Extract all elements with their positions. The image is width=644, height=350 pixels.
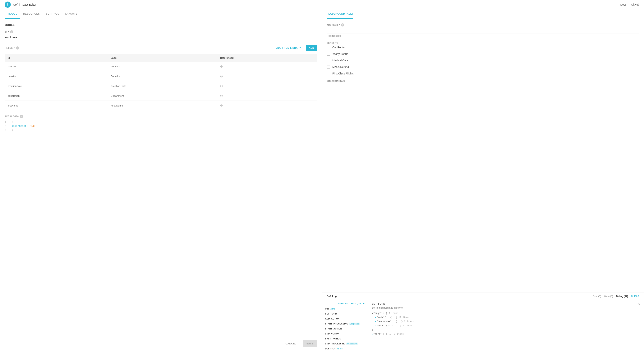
- playground-tab[interactable]: PLAYGROUND (ALL): [326, 9, 353, 19]
- log-queue-item[interactable]: INIT2 ms: [322, 306, 368, 311]
- right-tab-bar: PLAYGROUND (ALL) ☰: [322, 9, 644, 19]
- cell-id: address: [4, 62, 108, 71]
- left-content: MODEL ID* ? FIELDS * ? ADD FROM LIBRARY: [0, 19, 322, 337]
- cell-label: Creation Date: [108, 81, 217, 91]
- id-help-icon[interactable]: ?: [10, 30, 13, 33]
- table-row: creationDate Creation Date ⊘: [4, 81, 317, 91]
- cell-id: benefits: [4, 71, 108, 81]
- add-button[interactable]: ADD: [306, 45, 318, 51]
- checkbox-item[interactable]: Meals Refund: [326, 65, 640, 69]
- fields-table: Id Label Referenced address Address ⊘ be…: [4, 54, 317, 110]
- log-item-label: INIT: [325, 308, 329, 310]
- json-line: ▶"form" : {...} 3 items: [372, 332, 640, 336]
- checkbox-box[interactable]: [326, 72, 330, 75]
- address-field-section: ADDRESS * ? Field required: [326, 24, 640, 37]
- checkbox-box[interactable]: [326, 65, 330, 69]
- code-line-1: 1 {: [4, 120, 317, 124]
- code-block: 1 { 2 department: 'R&D' 3 }: [4, 120, 317, 132]
- checkbox-label: First Class Flights: [332, 72, 354, 75]
- hide-queue-button[interactable]: HIDE QUEUE: [351, 302, 365, 305]
- checkbox-box[interactable]: [326, 46, 330, 49]
- add-from-library-button[interactable]: ADD FROM LIBRARY: [273, 45, 304, 51]
- initial-data-help-icon[interactable]: ?: [20, 115, 23, 118]
- benefits-field-section: BENEFITS Car Rental Yearly Bonus Medical…: [326, 42, 640, 75]
- close-icon[interactable]: ×: [638, 302, 640, 306]
- log-queue-item[interactable]: END_ACTION: [322, 331, 368, 336]
- log-item-label: DESTROY: [325, 347, 336, 350]
- address-input[interactable]: [326, 28, 640, 34]
- github-link[interactable]: GitHub: [631, 3, 640, 6]
- benefits-label: BENEFITS: [326, 42, 640, 44]
- docs-link[interactable]: Docs: [620, 3, 626, 6]
- debug-count: Debug (37): [616, 295, 628, 298]
- save-button: SAVE: [303, 340, 317, 347]
- fields-table-body: address Address ⊘ benefits Benefits ⊘ cr…: [4, 62, 317, 110]
- log-item-label: START_ACTION: [325, 327, 342, 330]
- left-footer: CANCEL SAVE: [0, 337, 322, 350]
- json-line: ▶"resources" : {...} 6 items: [372, 320, 640, 324]
- top-nav: I Cofi | React Editor Docs GitHub: [0, 0, 644, 9]
- fields-help-icon[interactable]: ?: [16, 46, 19, 50]
- log-queue-item[interactable]: ADD_ACTION: [322, 316, 368, 321]
- creation-date-section: CREATION DATE: [326, 80, 640, 82]
- log-queue-item[interactable]: DESTROY78 ms: [322, 346, 368, 350]
- json-line: }: [372, 328, 640, 332]
- code-line-3: 3 }: [4, 128, 317, 132]
- cell-referenced: ⊘: [217, 101, 317, 110]
- right-content: ADDRESS * ? Field required BENEFITS Car …: [322, 19, 644, 292]
- checkbox-label: Car Rental: [332, 46, 345, 49]
- fields-table-head: Id Label Referenced: [4, 54, 317, 62]
- warn-count: Warn (0): [604, 295, 613, 298]
- tab-bar: MODEL RESOURCES SETTINGS LAYOUTS ☰: [0, 9, 322, 19]
- left-menu-icon[interactable]: ☰: [314, 12, 317, 16]
- col-label: Label: [108, 54, 217, 62]
- checkbox-item[interactable]: Yearly Bonus: [326, 52, 640, 56]
- log-queue-item[interactable]: START_PROCESSINGUI updated: [322, 321, 368, 326]
- checkbox-item[interactable]: Car Rental: [326, 46, 640, 49]
- cell-id: creationDate: [4, 81, 108, 91]
- log-queue-item[interactable]: START_ACTION: [322, 326, 368, 331]
- log-body: SPREAD HIDE QUEUE INIT2 msSET_FORMADD_AC…: [322, 300, 644, 350]
- checkbox-box[interactable]: [326, 52, 330, 56]
- cell-id: firstName: [4, 101, 108, 110]
- right-menu-icon[interactable]: ☰: [636, 12, 640, 16]
- code-line-2: 2 department: 'R&D': [4, 124, 317, 128]
- log-item-badge: UI updated: [349, 322, 360, 325]
- cancel-button[interactable]: CANCEL: [282, 340, 300, 347]
- checkbox-item[interactable]: First Class Flights: [326, 72, 640, 75]
- cell-label: First Name: [108, 101, 217, 110]
- id-field-group: ID* ?: [4, 30, 317, 40]
- tab-resources[interactable]: RESOURCES: [20, 9, 43, 19]
- log-item-label: SET_FORM: [325, 313, 337, 315]
- benefits-checkbox-group: Car Rental Yearly Bonus Medical Care Mea…: [326, 46, 640, 75]
- clear-button[interactable]: CLEAR: [631, 295, 640, 298]
- app-title: Cofi | React Editor: [13, 3, 36, 6]
- log-queue: SPREAD HIDE QUEUE INIT2 msSET_FORMADD_AC…: [322, 300, 368, 350]
- spread-button[interactable]: SPREAD: [338, 302, 348, 305]
- log-detail-title: SET_FORM: [372, 302, 640, 305]
- checkbox-item[interactable]: Medical Care: [326, 59, 640, 62]
- model-section-title: MODEL: [4, 24, 317, 27]
- log-detail: × SET_FORM Set form snapshot to the stor…: [368, 300, 644, 350]
- log-queue-item[interactable]: SET_FORM: [322, 311, 368, 316]
- tab-model[interactable]: MODEL: [4, 9, 20, 19]
- left-panel: MODEL RESOURCES SETTINGS LAYOUTS ☰ MODEL…: [0, 9, 322, 350]
- id-input[interactable]: [4, 35, 317, 40]
- col-id: Id: [4, 54, 108, 62]
- fields-table-header-row: Id Label Referenced: [4, 54, 317, 62]
- tab-settings[interactable]: SETTINGS: [43, 9, 62, 19]
- initial-data-label: INITIAL DATA ?: [4, 115, 317, 118]
- log-queue-item[interactable]: SHIFT_ACTION: [322, 336, 368, 341]
- address-error: Field required: [326, 35, 640, 37]
- log-item-label: END_ACTION: [325, 332, 340, 335]
- address-help-icon[interactable]: ?: [341, 24, 344, 27]
- tab-layouts[interactable]: LAYOUTS: [62, 9, 80, 19]
- log-item-time: 2 ms: [330, 308, 335, 310]
- log-queue-item[interactable]: END_PROCESSINGUI updated: [322, 341, 368, 346]
- checkbox-label: Yearly Bonus: [332, 52, 348, 56]
- checkbox-box[interactable]: [326, 59, 330, 62]
- json-line: ▶"model" : {...} 12 items: [372, 316, 640, 320]
- log-queue-controls: SPREAD HIDE QUEUE: [322, 302, 368, 306]
- log-queue-items: INIT2 msSET_FORMADD_ACTIONSTART_PROCESSI…: [322, 306, 368, 350]
- log-item-badge: UI updated: [346, 342, 358, 345]
